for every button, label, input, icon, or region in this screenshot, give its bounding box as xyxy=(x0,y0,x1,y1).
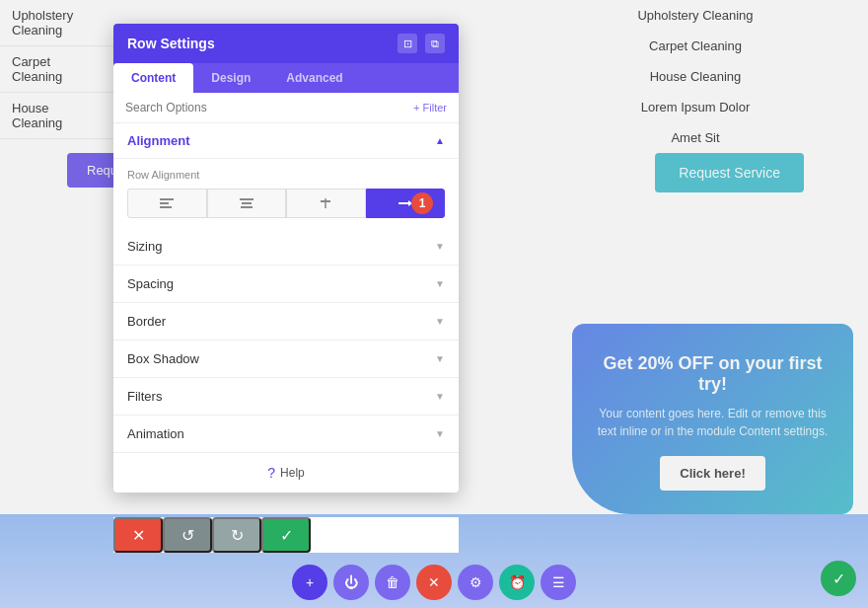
promo-cta-button[interactable]: Click here! xyxy=(660,456,764,491)
box-shadow-section: Box Shadow ▼ xyxy=(113,341,459,378)
alignment-section: Alignment ▲ Row Alignment xyxy=(113,123,459,228)
right-nav: Upholstery Cleaning Carpet Cleaning Hous… xyxy=(523,0,868,153)
panel-header: Row Settings ⊡ ⧉ xyxy=(113,24,459,63)
add-button[interactable]: + xyxy=(292,565,327,600)
request-service-right-button[interactable]: Request Service xyxy=(655,153,804,192)
help-icon: ? xyxy=(267,465,275,481)
border-section: Border ▼ xyxy=(113,303,459,341)
search-input[interactable] xyxy=(125,101,350,114)
filters-section: Filters ▼ xyxy=(113,378,459,416)
nav-item-lorem-right: Lorem Ipsum Dolor xyxy=(523,92,868,122)
power-button[interactable]: ⏻ xyxy=(333,565,369,600)
panel-search-bar: + Filter xyxy=(113,93,459,123)
nav-item-amet-right: Amet Sit xyxy=(523,122,868,153)
alignment-body: Row Alignment 1 xyxy=(113,159,459,228)
svg-rect-4 xyxy=(242,202,252,204)
row-settings-panel: Row Settings ⊡ ⧉ Content Design Advanced… xyxy=(113,24,459,493)
panel-minimize-icon[interactable]: ⊡ xyxy=(398,34,417,53)
border-title: Border xyxy=(127,314,166,329)
filters-title: Filters xyxy=(127,389,162,404)
svg-rect-5 xyxy=(241,206,253,208)
filters-header[interactable]: Filters ▼ xyxy=(113,378,459,415)
box-shadow-chevron-icon: ▼ xyxy=(435,353,445,364)
settings-button[interactable]: ⚙ xyxy=(458,565,493,600)
promo-title: Get 20% OFF on your first try! xyxy=(596,353,830,395)
tab-content[interactable]: Content xyxy=(113,63,193,93)
animation-chevron-icon: ▼ xyxy=(435,428,445,439)
spacing-title: Spacing xyxy=(127,276,174,291)
clock-button[interactable]: ⏰ xyxy=(499,565,535,600)
svg-rect-1 xyxy=(160,202,169,204)
align-justify-icon xyxy=(319,196,332,210)
svg-rect-3 xyxy=(240,198,253,200)
spacing-chevron-icon: ▼ xyxy=(435,278,445,289)
sizing-section: Sizing ▼ xyxy=(113,228,459,266)
x-button[interactable]: ✕ xyxy=(416,565,452,600)
animation-header[interactable]: Animation ▼ xyxy=(113,416,459,452)
filters-chevron-icon: ▼ xyxy=(435,391,445,402)
panel-title: Row Settings xyxy=(127,36,215,51)
svg-rect-0 xyxy=(160,198,174,200)
alignment-chevron-up-icon: ▲ xyxy=(435,135,445,146)
page-toolbar: + ⏻ 🗑 ✕ ⚙ ⏰ ☰ xyxy=(292,565,576,600)
nav-item-house-left: House Cleaning xyxy=(0,93,113,139)
promo-body: Your content goes here. Edit or remove t… xyxy=(596,405,830,440)
svg-rect-8 xyxy=(398,202,408,204)
nav-item-house-right: House Cleaning xyxy=(523,61,868,92)
spacing-header[interactable]: Spacing ▼ xyxy=(113,266,459,302)
align-left-icon xyxy=(160,196,174,210)
border-chevron-icon: ▼ xyxy=(435,316,445,327)
sizing-title: Sizing xyxy=(127,239,162,254)
alignment-badge: 1 xyxy=(411,192,433,214)
align-center-icon xyxy=(240,196,253,210)
spacing-section: Spacing ▼ xyxy=(113,266,459,303)
filter-button[interactable]: + Filter xyxy=(413,102,447,114)
trash-button[interactable]: 🗑 xyxy=(375,565,410,600)
promo-card: Get 20% OFF on your first try! Your cont… xyxy=(572,324,853,514)
panel-confirm-button[interactable]: ✓ xyxy=(261,517,311,553)
tab-design[interactable]: Design xyxy=(193,63,268,93)
menu-button[interactable]: ☰ xyxy=(541,565,576,600)
align-right-pull-icon xyxy=(398,196,412,210)
animation-section: Animation ▼ xyxy=(113,416,459,453)
left-nav: Upholstery Cleaning Carpet Cleaning Hous… xyxy=(0,0,113,139)
panel-bottom-toolbar: ✕ ↺ ↻ ✓ xyxy=(113,517,459,553)
alignment-options xyxy=(127,189,445,218)
nav-item-carpet-left: Carpet Cleaning xyxy=(0,46,113,93)
sizing-chevron-icon: ▼ xyxy=(435,241,445,252)
panel-tabs: Content Design Advanced xyxy=(113,63,459,93)
panel-redo-button[interactable]: ↻ xyxy=(212,517,261,553)
tab-advanced[interactable]: Advanced xyxy=(268,63,360,93)
panel-help[interactable]: ? Help xyxy=(113,453,459,493)
nav-item-upholstery-left: Upholstery Cleaning xyxy=(0,0,113,46)
alignment-sublabel: Row Alignment xyxy=(127,169,445,181)
help-label: Help xyxy=(280,466,305,480)
border-header[interactable]: Border ▼ xyxy=(113,303,459,340)
align-left-option[interactable] xyxy=(127,189,207,218)
sizing-header[interactable]: Sizing ▼ xyxy=(113,228,459,265)
animation-title: Animation xyxy=(127,426,184,441)
align-center-option[interactable] xyxy=(207,189,287,218)
nav-item-carpet-right: Carpet Cleaning xyxy=(523,31,868,61)
nav-item-upholstery-right: Upholstery Cleaning xyxy=(523,0,868,31)
panel-undo-button[interactable]: ↺ xyxy=(163,517,212,553)
box-shadow-header[interactable]: Box Shadow ▼ xyxy=(113,341,459,377)
svg-rect-2 xyxy=(160,206,172,208)
box-shadow-title: Box Shadow xyxy=(127,351,199,366)
panel-copy-icon[interactable]: ⧉ xyxy=(425,34,445,53)
alignment-header[interactable]: Alignment ▲ xyxy=(113,123,459,159)
align-justify-option[interactable] xyxy=(286,189,366,218)
floating-save-button[interactable]: ✓ xyxy=(821,561,856,596)
panel-close-button[interactable]: ✕ xyxy=(113,517,163,553)
alignment-title: Alignment xyxy=(127,133,190,148)
panel-header-icons: ⊡ ⧉ xyxy=(398,34,445,53)
